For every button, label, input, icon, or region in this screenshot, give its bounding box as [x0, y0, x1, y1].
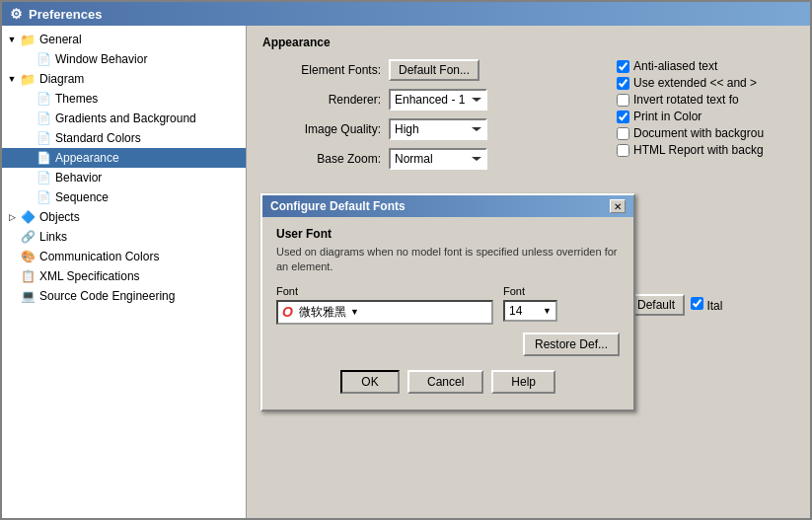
sidebar-label-standard-colors: Standard Colors [55, 131, 141, 145]
icon-comm-colors: 🎨 [20, 249, 36, 264]
sidebar-label-links: Links [39, 230, 67, 244]
sidebar-item-themes[interactable]: ▷ 📄 Themes [2, 89, 246, 109]
form-row-renderer: Renderer: Enhanced - 1 Enhanced - 2 Norm… [262, 89, 607, 111]
hand-draw-italic-text: Ital [706, 299, 722, 313]
sidebar-label-themes: Themes [55, 92, 98, 106]
icon-behavior: 📄 [36, 170, 51, 186]
configure-fonts-dialog: Configure Default Fonts ✕ User Font Used… [260, 193, 635, 411]
checkbox-invert-rotated-input[interactable] [617, 94, 629, 107]
folder-icon-diagram: 📁 [20, 71, 36, 87]
sidebar-item-communication-colors[interactable]: ▷ 🎨 Communication Colors [2, 247, 246, 266]
form-row-base-zoom: Base Zoom: Normal High Low [262, 148, 607, 170]
hand-draw-italic-checkbox[interactable] [691, 297, 703, 310]
checkbox-html-report-label: HTML Report with backg [633, 143, 764, 157]
ok-button[interactable]: OK [340, 370, 400, 394]
dialog-font-size-field: Font 14 ▼ [503, 285, 557, 322]
sidebar-item-source-code[interactable]: ▷ 💻 Source Code Engineering [2, 286, 246, 306]
checkbox-document-bg: Document with backgrou [617, 126, 794, 140]
image-quality-label: Image Quality: [262, 122, 381, 136]
dialog-title-bar: Configure Default Fonts ✕ [262, 195, 633, 217]
dialog-buttons: OK Cancel Help [276, 364, 620, 400]
checkbox-use-extended-label: Use extended << and > [633, 76, 757, 90]
window-body: ▼ 📁 General ▷ 📄 Window Behavior ▼ 📁 Diag… [2, 26, 810, 518]
sidebar-label-sequence: Sequence [55, 190, 109, 204]
checkbox-invert-rotated: Invert rotated text fo [617, 93, 794, 107]
image-quality-dropdown[interactable]: High Normal Enhanced [389, 118, 487, 140]
hand-draw-default-btn[interactable]: Default [627, 294, 685, 316]
checkbox-anti-aliased: Anti-aliased text [617, 59, 794, 73]
sidebar-item-general[interactable]: ▼ 📁 General [2, 30, 246, 49]
dialog-font-value: 微软雅黑 [299, 304, 346, 321]
icon-window-behavior: 📄 [36, 51, 51, 67]
folder-icon-general: 📁 [20, 32, 36, 47]
section-title: Appearance [262, 36, 794, 49]
icon-sequence: 📄 [36, 189, 51, 205]
sidebar-label-comm-colors: Communication Colors [39, 250, 159, 263]
content-two-col: Element Fonts: Default Fon... Renderer: … [262, 59, 794, 178]
help-button[interactable]: Help [491, 370, 555, 394]
sidebar-item-appearance[interactable]: ▷ 📄 Appearance [2, 148, 246, 168]
dialog-form-row: Font O 微软雅黑 ▼ Font [276, 285, 620, 325]
checkbox-html-report-input[interactable] [617, 144, 629, 157]
renderer-control: Enhanced - 1 Enhanced - 2 Normal [389, 89, 487, 111]
dialog-font-size-label: Font [503, 285, 557, 297]
dialog-font-size-value: 14 [509, 304, 543, 318]
sidebar: ▼ 📁 General ▷ 📄 Window Behavior ▼ 📁 Diag… [2, 26, 247, 518]
dialog-title: Configure Default Fonts [270, 199, 406, 213]
sidebar-item-standard-colors[interactable]: ▷ 📄 Standard Colors [2, 128, 246, 148]
content-left: Element Fonts: Default Fon... Renderer: … [262, 59, 607, 178]
sidebar-item-gradients[interactable]: ▷ 📄 Gradients and Background [2, 109, 246, 128]
sidebar-label-appearance: Appearance [55, 151, 119, 165]
checkbox-use-extended-input[interactable] [617, 77, 629, 90]
title-bar-icon: ⚙ [10, 6, 23, 22]
dialog-font-size-select[interactable]: 14 ▼ [503, 300, 557, 322]
sidebar-item-window-behavior[interactable]: ▷ 📄 Window Behavior [2, 49, 246, 69]
sidebar-item-diagram[interactable]: ▼ 📁 Diagram [2, 69, 246, 89]
checkbox-print-color-input[interactable] [617, 111, 629, 123]
restore-defaults-button[interactable]: Restore Def... [523, 333, 620, 356]
renderer-label: Renderer: [262, 93, 381, 107]
expand-arrow-diagram: ▼ [6, 73, 18, 85]
sidebar-label-xml: XML Specifications [39, 269, 140, 283]
sidebar-label-objects: Objects [39, 210, 80, 224]
content-right: Anti-aliased text Use extended << and > … [617, 59, 794, 178]
checkbox-anti-aliased-input[interactable] [617, 60, 629, 73]
sidebar-label-window-behavior: Window Behavior [55, 52, 147, 66]
sidebar-label-source-code: Source Code Engineering [39, 289, 175, 303]
icon-objects: 🔷 [20, 209, 36, 225]
sidebar-item-objects[interactable]: ▷ 🔷 Objects [2, 207, 246, 227]
sidebar-label-gradients: Gradients and Background [55, 111, 196, 125]
sidebar-item-behavior[interactable]: ▷ 📄 Behavior [2, 168, 246, 187]
element-fonts-label: Element Fonts: [262, 63, 381, 77]
image-quality-control: High Normal Enhanced [389, 118, 487, 140]
sidebar-label-behavior: Behavior [55, 171, 102, 185]
sidebar-label-diagram: Diagram [39, 72, 84, 86]
dialog-close-button[interactable]: ✕ [610, 199, 626, 213]
cancel-button[interactable]: Cancel [407, 370, 483, 394]
dialog-size-dropdown-arrow[interactable]: ▼ [543, 306, 552, 316]
checkbox-use-extended: Use extended << and > [617, 76, 794, 90]
sidebar-item-links[interactable]: ▷ 🔗 Links [2, 227, 246, 247]
sidebar-item-xml[interactable]: ▷ 📋 XML Specifications [2, 266, 246, 286]
icon-standard-colors: 📄 [36, 130, 51, 146]
dialog-font-select[interactable]: O 微软雅黑 ▼ [276, 300, 493, 325]
checkbox-html-report: HTML Report with backg [617, 143, 794, 157]
base-zoom-dropdown[interactable]: Normal High Low [389, 148, 487, 170]
element-fonts-button[interactable]: Default Fon... [389, 59, 480, 81]
checkbox-invert-rotated-label: Invert rotated text fo [633, 93, 739, 107]
sidebar-item-sequence[interactable]: ▷ 📄 Sequence [2, 187, 246, 207]
icon-links: 🔗 [20, 229, 36, 245]
base-zoom-label: Base Zoom: [262, 152, 381, 166]
checkbox-print-color: Print in Color [617, 110, 794, 123]
dialog-font-dropdown-arrow[interactable]: ▼ [350, 307, 359, 317]
form-row-element-fonts: Element Fonts: Default Fon... [262, 59, 607, 81]
dialog-user-font-title: User Font [276, 227, 620, 241]
title-bar: ⚙ Preferences [2, 2, 810, 26]
expand-arrow-general: ▼ [6, 34, 18, 45]
renderer-dropdown[interactable]: Enhanced - 1 Enhanced - 2 Normal [389, 89, 487, 111]
element-fonts-control: Default Fon... [389, 59, 480, 81]
base-zoom-control: Normal High Low [389, 148, 487, 170]
checkbox-document-bg-input[interactable] [617, 127, 629, 140]
content-area: Appearance Element Fonts: Default Fon...… [247, 26, 810, 518]
arrow-objects: ▷ [6, 211, 18, 223]
